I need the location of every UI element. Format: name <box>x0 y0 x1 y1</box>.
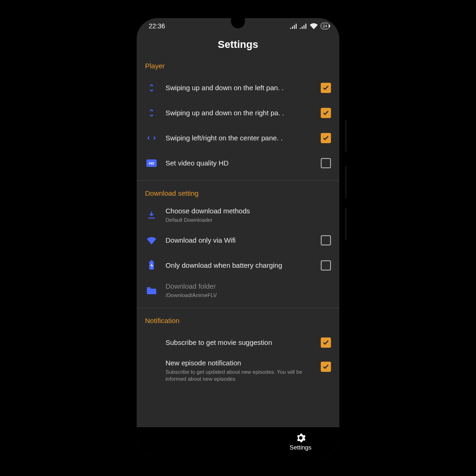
row-download-methods[interactable]: Choose download methods Default Download… <box>145 203 331 228</box>
bottom-nav: Settings <box>137 427 339 458</box>
row-sub: /Download/AnimeFLV <box>165 292 327 299</box>
row-swipe-right-panel[interactable]: Swiping up and down on the right pa. . <box>145 100 331 126</box>
row-label: Swiping up and down on the left pan. . <box>165 84 310 93</box>
row-sub: Subscribe to get updated about new episo… <box>165 369 310 383</box>
svg-rect-2 <box>148 218 155 218</box>
swipe-vertical-icon <box>145 106 158 119</box>
checkbox[interactable] <box>321 235 331 245</box>
row-video-quality-hd[interactable]: HD Set video quality HD <box>145 151 331 176</box>
checkbox[interactable] <box>321 362 331 372</box>
row-swipe-left-panel[interactable]: Swiping up and down on the left pan. . <box>145 75 331 100</box>
row-label: Choose download methods <box>165 207 327 216</box>
swipe-horizontal-icon <box>145 132 158 145</box>
row-notif-subscribe-suggestion[interactable]: Subscribe to get movie suggestion <box>145 330 331 355</box>
section-header-notification: Notification <box>145 313 331 330</box>
divider <box>137 180 339 181</box>
section-header-download: Download setting <box>145 185 331 203</box>
swipe-vertical-icon <box>145 81 158 94</box>
row-swipe-center-panel[interactable]: Swiping left/right on the center pane. . <box>145 126 331 151</box>
battery-icon: 24 <box>321 23 329 29</box>
nav-settings[interactable]: Settings <box>290 433 311 451</box>
status-time: 22:36 <box>149 22 165 30</box>
folder-icon <box>145 284 158 297</box>
row-notif-new-episode[interactable]: New episode notification Subscribe to ge… <box>145 355 331 383</box>
signal-icon <box>300 23 307 29</box>
phone-frame: 22:36 24 Settings Player Swiping up and … <box>131 13 345 463</box>
row-download-charging[interactable]: Only download when battery charging <box>145 253 331 278</box>
checkbox[interactable] <box>321 158 331 168</box>
row-label: Download only via Wifi <box>165 236 310 245</box>
svg-text:HD: HD <box>149 161 154 165</box>
blank-icon <box>145 336 158 349</box>
row-label: Only download when battery charging <box>165 261 310 270</box>
row-label: Set video quality HD <box>165 159 310 168</box>
hd-icon: HD <box>145 157 158 170</box>
wifi-icon <box>145 234 158 247</box>
settings-list[interactable]: Player Swiping up and down on the left p… <box>137 58 339 427</box>
nav-label: Settings <box>290 444 311 451</box>
row-label: Subscribe to get movie suggestion <box>165 338 310 347</box>
checkbox[interactable] <box>321 133 331 143</box>
row-sub: Default Downloader <box>165 217 327 224</box>
section-header-player: Player <box>145 58 331 75</box>
row-download-wifi[interactable]: Download only via Wifi <box>145 228 331 253</box>
svg-rect-4 <box>151 260 152 261</box>
checkbox[interactable] <box>321 337 331 348</box>
row-label: New episode notification <box>165 359 310 368</box>
gear-icon <box>296 433 306 443</box>
row-label: Download folder <box>165 282 327 291</box>
wifi-icon <box>310 23 318 29</box>
battery-charging-icon <box>145 259 158 272</box>
status-icons: 24 <box>290 23 329 29</box>
page-title: Settings <box>137 34 339 58</box>
checkbox[interactable] <box>321 260 331 271</box>
row-label: Swiping left/right on the center pane. . <box>165 134 310 143</box>
row-download-folder[interactable]: Download folder /Download/AnimeFLV <box>145 278 331 303</box>
signal-icon <box>290 23 297 29</box>
row-label: Swiping up and down on the right pa. . <box>165 109 310 118</box>
download-icon <box>145 209 158 222</box>
divider <box>137 308 339 308</box>
blank-icon <box>145 359 158 372</box>
checkbox[interactable] <box>321 83 331 93</box>
checkbox[interactable] <box>321 108 331 118</box>
screen: 22:36 24 Settings Player Swiping up and … <box>137 18 339 458</box>
